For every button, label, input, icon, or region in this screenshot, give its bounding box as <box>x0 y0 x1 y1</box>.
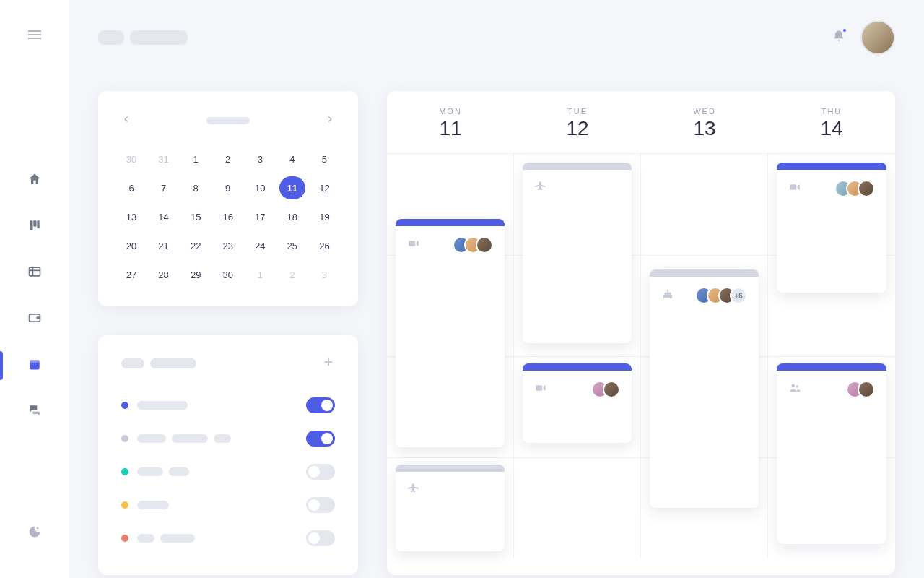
calendar-day[interactable]: 2 <box>279 263 305 286</box>
calendar-day[interactable]: 22 <box>183 234 209 257</box>
calendar-day[interactable]: 4 <box>279 147 305 171</box>
calendar-day[interactable]: 29 <box>183 263 209 286</box>
skeleton-text <box>150 358 196 368</box>
calendar-day[interactable]: 9 <box>215 176 241 199</box>
next-month-button[interactable] <box>322 111 338 130</box>
calendar-toggle[interactable] <box>306 530 335 546</box>
plane-icon <box>407 482 420 498</box>
calendar-event[interactable] <box>777 363 886 544</box>
calendar-day[interactable]: 12 <box>311 176 337 199</box>
svg-rect-18 <box>536 385 542 391</box>
calendar-day[interactable]: 25 <box>279 234 305 257</box>
calendar-day[interactable]: 6 <box>118 176 144 199</box>
calendar-day[interactable]: 21 <box>151 234 177 257</box>
day-of-week: TUE <box>514 107 641 116</box>
calendar-toggle[interactable] <box>306 397 335 413</box>
svg-rect-6 <box>30 267 40 276</box>
calendar-day[interactable]: 14 <box>151 205 177 228</box>
day-number: 11 <box>387 117 514 140</box>
calendar-day[interactable]: 7 <box>151 176 177 199</box>
svg-rect-4 <box>33 220 36 226</box>
cake-icon <box>661 288 674 303</box>
notifications-button[interactable] <box>832 29 846 46</box>
calendar-day[interactable]: 16 <box>215 205 241 228</box>
calendar-color-dot <box>121 501 128 509</box>
day-number: 14 <box>768 117 895 140</box>
calendar-filter-row <box>121 522 335 555</box>
nav-home[interactable] <box>14 169 55 192</box>
nav-wallet[interactable] <box>14 308 55 331</box>
calendar-day[interactable]: 18 <box>279 205 305 228</box>
calendar-day[interactable]: 3 <box>247 147 273 171</box>
svg-marker-19 <box>544 385 546 391</box>
event-participants <box>834 180 875 197</box>
calendar-day[interactable]: 1 <box>247 263 273 286</box>
calendar-day[interactable]: 10 <box>247 176 273 199</box>
calendar-event[interactable] <box>523 163 632 343</box>
nav-board[interactable] <box>14 215 55 238</box>
calendar-day[interactable]: 17 <box>247 205 273 228</box>
calendar-filter-row <box>121 455 335 488</box>
calendar-color-dot <box>121 468 128 475</box>
day-header[interactable]: WED13 <box>641 91 768 153</box>
calendar-day[interactable]: 11 <box>279 176 305 199</box>
mini-calendar-header <box>118 111 338 130</box>
skeleton-text <box>130 30 188 45</box>
day-column <box>768 154 895 558</box>
calendar-day[interactable]: 28 <box>151 263 177 286</box>
calendar-event[interactable] <box>777 163 886 293</box>
svg-point-26 <box>796 385 798 388</box>
plane-icon <box>534 180 547 196</box>
participant-avatar <box>858 381 875 398</box>
calendar-event[interactable]: +6 <box>650 269 759 508</box>
day-header[interactable]: MON11 <box>387 91 514 153</box>
calendar-day[interactable]: 31 <box>151 147 177 171</box>
nav-calendar[interactable] <box>14 354 55 377</box>
dark-mode-toggle[interactable] <box>27 525 42 542</box>
mini-calendar: 3031123456789101112131415161718192021222… <box>98 91 358 306</box>
svg-rect-12 <box>30 360 39 363</box>
calendar-toggle[interactable] <box>306 431 335 447</box>
svg-point-25 <box>792 384 796 388</box>
calendar-color-dot <box>121 535 128 542</box>
calendar-day[interactable]: 30 <box>215 263 241 286</box>
calendar-day[interactable]: 2 <box>215 147 241 171</box>
nav-spreadsheet[interactable] <box>14 262 55 285</box>
calendar-toggle[interactable] <box>306 464 335 480</box>
calendar-day[interactable]: 15 <box>183 205 209 228</box>
day-header[interactable]: THU14 <box>768 91 895 153</box>
calendar-event[interactable] <box>396 465 505 551</box>
calendar-day[interactable]: 26 <box>311 234 337 257</box>
calendar-day[interactable]: 13 <box>118 205 144 228</box>
menu-toggle[interactable] <box>26 26 43 46</box>
user-avatar[interactable] <box>860 20 895 55</box>
calendar-filter-row <box>121 488 335 522</box>
week-body: +6 <box>387 154 895 558</box>
calendar-day[interactable]: 1 <box>183 147 209 171</box>
content: 3031123456789101112131415161718192021222… <box>98 91 895 575</box>
skeleton-text <box>137 534 154 543</box>
calendar-day[interactable]: 20 <box>118 234 144 257</box>
calendar-day[interactable]: 5 <box>311 147 337 171</box>
prev-month-button[interactable] <box>118 111 134 130</box>
day-of-week: MON <box>387 107 514 116</box>
calendar-event[interactable] <box>396 219 505 447</box>
add-calendar-button[interactable] <box>322 355 335 371</box>
calendar-day[interactable]: 27 <box>118 263 144 286</box>
day-column <box>514 154 641 558</box>
calendar-day[interactable]: 23 <box>215 234 241 257</box>
nav-chat[interactable] <box>14 400 55 423</box>
svg-rect-10 <box>37 316 40 319</box>
event-participants: +6 <box>695 287 747 304</box>
calendar-day[interactable]: 3 <box>311 263 337 286</box>
bell-icon <box>832 33 846 46</box>
calendar-day[interactable]: 30 <box>118 147 144 171</box>
calendar-day[interactable]: 24 <box>247 234 273 257</box>
svg-rect-3 <box>30 220 32 230</box>
calendar-toggle[interactable] <box>306 497 335 513</box>
day-header[interactable]: TUE12 <box>514 91 641 153</box>
calendar-event[interactable] <box>523 363 632 443</box>
calendar-day[interactable]: 19 <box>311 205 337 228</box>
event-color-bar <box>396 465 505 472</box>
calendar-day[interactable]: 8 <box>183 176 209 199</box>
